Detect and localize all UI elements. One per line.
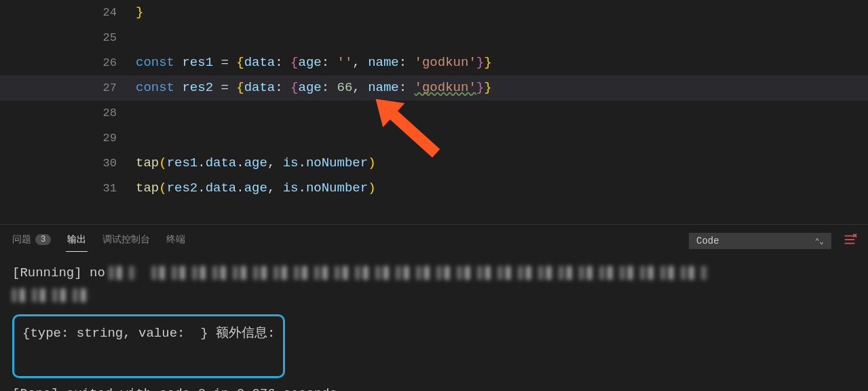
tab-terminal-label: 终端 [166,234,185,246]
line-number: 29 [0,126,136,151]
line-number: 28 [0,100,136,126]
output-content[interactable]: [Running] no {type: string, value: } 额外信… [0,252,868,391]
line-content: const res2 = {data: {age: 66, name: 'god… [136,75,492,100]
tab-problems[interactable]: 问题 3 [11,231,52,251]
line-number: 31 [0,176,136,201]
code-line[interactable]: 24} [0,0,868,25]
line-number: 25 [0,25,136,50]
panel-tabs: 问题 3 输出 调试控制台 终端 Code ⌃⌄ [0,225,868,252]
output-channel-dropdown[interactable]: Code ⌃⌄ [689,233,831,249]
running-prefix: [Running] no [12,260,105,286]
line-number: 24 [0,0,136,25]
line-number: 27 [0,75,136,100]
output-line-result: {type: string, value: } 额外信息: [22,320,275,346]
clear-output-icon[interactable] [842,232,857,250]
tab-debug-console[interactable]: 调试控制台 [101,231,151,251]
code-line[interactable]: 26const res1 = {data: {age: '', name: 'g… [0,50,868,75]
redacted-text [152,266,709,280]
redacted-text [109,266,136,280]
line-content: const res1 = {data: {age: '', name: 'god… [136,50,492,75]
bottom-panel: 问题 3 输出 调试控制台 终端 Code ⌃⌄ [0,225,868,391]
output-highlight-box: {type: string, value: } 额外信息: [12,314,285,378]
tab-output-label: 输出 [67,234,86,246]
dropdown-value: Code [696,236,719,246]
code-line[interactable]: 31tap(res2.data.age, is.noNumber) [0,176,868,201]
tab-debug-console-label: 调试控制台 [102,234,150,246]
redacted-text [12,288,94,302]
chevron-down-icon: ⌃⌄ [815,237,824,246]
output-line-redacted [12,286,856,312]
line-number: 26 [0,50,136,75]
code-line[interactable]: 25 [0,25,868,50]
tab-problems-label: 问题 [12,234,31,246]
output-line-done: [Done] exited with code=0 in 0.076 secon… [12,381,856,391]
code-line[interactable]: 27const res2 = {data: {age: 66, name: 'g… [0,75,868,100]
line-content: tap(res1.data.age, is.noNumber) [136,151,376,176]
output-line-empty [22,346,275,372]
tab-terminal[interactable]: 终端 [165,231,187,251]
line-content: tap(res2.data.age, is.noNumber) [136,176,376,201]
tab-output[interactable]: 输出 [66,231,88,252]
line-content: } [136,0,143,25]
problems-count-badge: 3 [35,234,51,245]
output-line-running: [Running] no [12,260,856,286]
line-number: 30 [0,151,136,176]
